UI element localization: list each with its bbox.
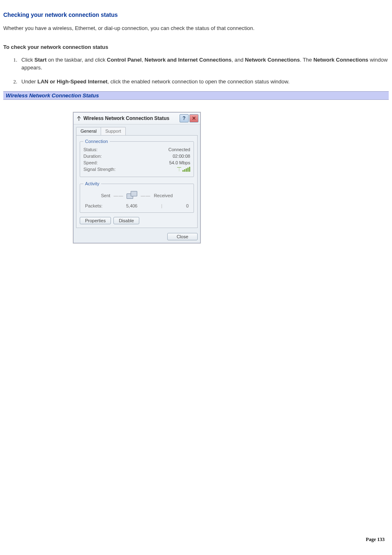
sent-label: Sent — [101, 193, 111, 198]
activity-group: Activity Sent —— —— Received Packets: 5,… — [80, 181, 194, 213]
status-value: Connected — [168, 147, 190, 152]
disable-button[interactable]: Disable — [113, 217, 139, 224]
tab-general[interactable]: General — [76, 127, 101, 135]
intro-text: Whether you have a wireless, Ethernet, o… — [3, 25, 389, 32]
help-button[interactable]: ? — [180, 114, 189, 122]
activity-legend: Activity — [83, 181, 101, 186]
signal-strength-icon: ⏉ — [177, 167, 190, 172]
packets-received-value: 0 — [186, 203, 189, 208]
dialog-title-text: Wireless Network Connection Status — [83, 115, 169, 121]
close-icon[interactable]: ✕ — [189, 114, 198, 122]
screenshot-caption: Wireless Network Connection Status — [3, 91, 389, 100]
step-number: 1. — [3, 56, 21, 72]
procedure-heading: To check your network connection status — [3, 44, 389, 50]
step-item: 1. Click Start on the taskbar, and click… — [3, 56, 389, 72]
duration-label: Duration: — [83, 154, 102, 159]
properties-button[interactable]: Properties — [80, 217, 111, 224]
speed-value: 54.0 Mbps — [169, 160, 190, 165]
screenshot: Wireless Network Connection Status ? ✕ G… — [73, 112, 389, 243]
step-body: Under LAN or High-Speed Internet, click … — [21, 78, 389, 86]
step-body: Click Start on the taskbar, and click Co… — [21, 56, 389, 72]
step-item: 2. Under LAN or High-Speed Internet, cli… — [3, 78, 389, 86]
tab-panel-general: Connection Status:Connected Duration:02:… — [76, 135, 198, 228]
step-number: 2. — [3, 78, 21, 86]
signal-label: Signal Strength: — [83, 167, 115, 172]
network-computers-icon — [127, 191, 137, 200]
tab-strip: General Support — [74, 124, 200, 135]
status-label: Status: — [83, 147, 97, 152]
antenna-icon — [76, 115, 82, 121]
packets-label: Packets: — [85, 203, 102, 208]
connection-group: Connection Status:Connected Duration:02:… — [80, 139, 194, 177]
dialog-titlebar: Wireless Network Connection Status ? ✕ — [74, 113, 200, 124]
tab-support[interactable]: Support — [101, 127, 126, 135]
dialog-window: Wireless Network Connection Status ? ✕ G… — [73, 112, 201, 243]
connection-legend: Connection — [83, 139, 110, 144]
speed-label: Speed: — [83, 160, 98, 165]
page-heading: Checking your network connection status — [3, 12, 389, 18]
steps-list: 1. Click Start on the taskbar, and click… — [3, 56, 389, 86]
close-button[interactable]: Close — [167, 233, 198, 240]
received-label: Received — [154, 193, 173, 198]
packets-sent-value: 5,406 — [126, 203, 138, 208]
duration-value: 02:00:08 — [173, 154, 190, 159]
